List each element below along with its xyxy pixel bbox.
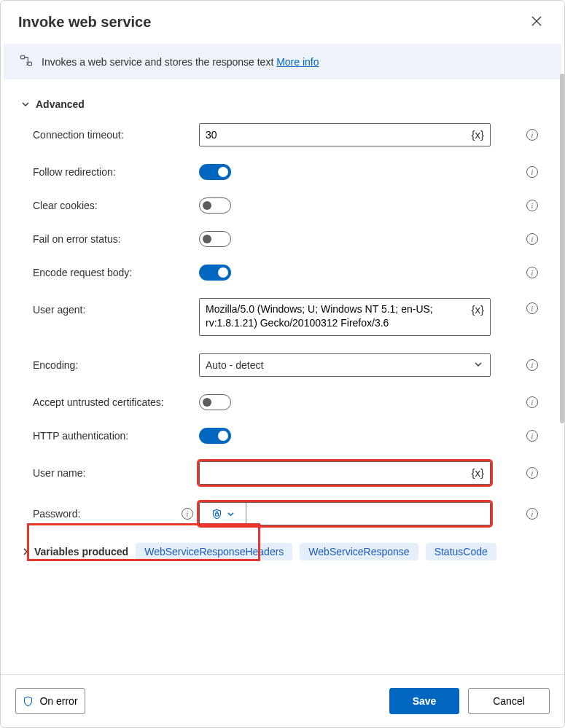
dialog-title: Invoke web service: [18, 14, 151, 31]
info-icon[interactable]: i: [526, 233, 538, 245]
connection-timeout-input[interactable]: [206, 129, 484, 141]
variable-chip[interactable]: WebServiceResponse: [300, 543, 418, 560]
field-accept-untrusted: Accept untrusted certificates: i: [21, 394, 544, 410]
user-name-input[interactable]: [206, 467, 484, 479]
clear-cookies-label: Clear cookies:: [21, 200, 199, 211]
user-name-label: User name:: [21, 467, 199, 479]
svg-rect-4: [215, 513, 218, 516]
info-icon[interactable]: i: [526, 508, 538, 520]
http-authentication-toggle[interactable]: [199, 428, 231, 444]
close-button[interactable]: [526, 11, 547, 34]
encode-body-toggle[interactable]: [199, 265, 231, 281]
user-agent-input[interactable]: [206, 302, 484, 332]
info-icon[interactable]: i: [526, 129, 538, 141]
field-encode-body: Encode request body: i: [21, 265, 544, 281]
accept-untrusted-toggle[interactable]: [199, 394, 231, 410]
fail-on-error-toggle[interactable]: [199, 231, 231, 247]
section-advanced-header[interactable]: Advanced: [21, 98, 544, 110]
connection-timeout-label: Connection timeout:: [21, 129, 199, 141]
encoding-select[interactable]: Auto - detect: [199, 353, 491, 377]
chevron-right-icon: [21, 547, 30, 556]
accept-untrusted-label: Accept untrusted certificates:: [21, 396, 199, 408]
field-follow-redirection: Follow redirection: i: [21, 164, 544, 180]
follow-redirection-label: Follow redirection:: [21, 166, 199, 178]
variable-picker-icon[interactable]: {x}: [471, 128, 484, 141]
variable-picker-icon[interactable]: {x}: [471, 466, 484, 479]
info-icon[interactable]: i: [526, 302, 538, 314]
http-authentication-label: HTTP authentication:: [21, 430, 199, 442]
user-agent-input-wrap: {x}: [199, 298, 491, 336]
info-icon[interactable]: i: [526, 166, 538, 178]
cancel-button[interactable]: Cancel: [468, 688, 550, 714]
password-input[interactable]: [246, 503, 490, 525]
clear-cookies-toggle[interactable]: [199, 197, 231, 214]
password-label: Password: i: [21, 508, 199, 520]
variables-produced-header[interactable]: Variables produced: [21, 546, 128, 557]
field-user-agent: User agent: {x} i: [21, 298, 544, 336]
svg-rect-3: [28, 62, 31, 66]
fail-on-error-label: Fail on error status:: [21, 233, 199, 245]
chevron-down-icon: [474, 359, 483, 371]
variable-picker-icon[interactable]: {x}: [471, 303, 484, 316]
connection-timeout-input-wrap: {x}: [199, 123, 491, 146]
info-icon[interactable]: i: [526, 200, 538, 211]
field-http-authentication: HTTP authentication: i: [21, 428, 544, 444]
content-area: Advanced Connection timeout: {x} i Follo…: [1, 85, 564, 674]
info-icon[interactable]: i: [526, 467, 538, 479]
dialog-footer: On error Save Cancel: [1, 674, 564, 727]
scrollbar-thumb[interactable]: [560, 74, 564, 423]
svg-rect-2: [21, 55, 25, 59]
field-fail-on-error: Fail on error status: i: [21, 231, 544, 247]
encoding-label: Encoding:: [21, 359, 199, 371]
save-button[interactable]: Save: [389, 688, 459, 714]
field-connection-timeout: Connection timeout: {x} i: [21, 123, 544, 146]
on-error-button[interactable]: On error: [15, 688, 85, 714]
shield-icon: [23, 696, 34, 707]
info-icon[interactable]: i: [526, 267, 538, 278]
info-icon[interactable]: i: [526, 430, 538, 442]
field-user-name: User name: {x} i: [21, 461, 544, 485]
chevron-down-icon: [21, 100, 30, 109]
encoding-value: Auto - detect: [206, 359, 263, 371]
password-mode-picker[interactable]: [200, 503, 246, 525]
section-advanced-label: Advanced: [36, 98, 85, 110]
dialog-header: Invoke web service: [1, 1, 564, 44]
info-icon[interactable]: i: [182, 508, 193, 520]
close-icon: [531, 15, 542, 27]
description-text: Invokes a web service and stores the res…: [42, 56, 319, 68]
info-icon[interactable]: i: [526, 359, 538, 371]
invoke-web-service-icon: [20, 54, 33, 69]
user-name-input-wrap: {x}: [199, 461, 491, 485]
user-agent-label: User agent:: [21, 298, 199, 316]
field-password: Password: i i: [21, 502, 544, 525]
chevron-down-icon: [227, 510, 235, 518]
variables-produced-row: Variables produced WebServiceResponseHea…: [21, 543, 544, 560]
follow-redirection-toggle[interactable]: [199, 164, 231, 180]
field-clear-cookies: Clear cookies: i: [21, 197, 544, 214]
description-bar: Invokes a web service and stores the res…: [4, 44, 561, 79]
more-info-link[interactable]: More info: [276, 56, 319, 68]
lock-icon: [211, 509, 222, 520]
field-encoding: Encoding: Auto - detect i: [21, 353, 544, 377]
info-icon[interactable]: i: [526, 396, 538, 408]
encode-body-label: Encode request body:: [21, 267, 199, 278]
variable-chip[interactable]: StatusCode: [426, 543, 496, 560]
password-input-wrap: [199, 502, 491, 525]
variable-chip[interactable]: WebServiceResponseHeaders: [136, 543, 292, 560]
